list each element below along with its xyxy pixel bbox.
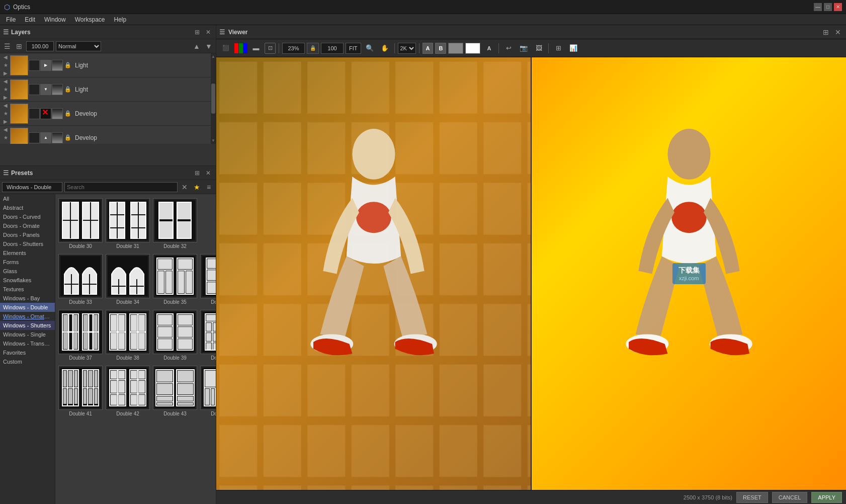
category-custom[interactable]: Custom bbox=[0, 357, 55, 366]
layer-item-1[interactable]: ◀ ★ ▶ ▼ 🔒 Light bbox=[0, 77, 216, 102]
vt-split-btn[interactable]: ⊞ bbox=[552, 42, 565, 55]
menu-edit[interactable]: Edit bbox=[21, 15, 39, 24]
category-abstract[interactable]: Abstract bbox=[0, 203, 55, 212]
category-glass[interactable]: Glass bbox=[0, 267, 55, 276]
preset-double-44[interactable]: Double 44 bbox=[199, 364, 216, 418]
presets-panel-close-btn[interactable]: ✕ bbox=[204, 169, 213, 178]
close-button[interactable]: ✕ bbox=[834, 3, 842, 11]
layer-star-3[interactable]: ★ bbox=[2, 134, 9, 141]
title-bar-controls[interactable]: — □ ✕ bbox=[814, 3, 842, 11]
layer-lock-1[interactable]: 🔒 bbox=[64, 86, 72, 94]
layer-expand-1[interactable]: ◀ bbox=[2, 78, 9, 85]
presets-menu-btn[interactable]: ≡ bbox=[204, 182, 214, 192]
reset-button[interactable]: RESET bbox=[736, 492, 768, 503]
vt-zoom-input[interactable]: 23% bbox=[282, 43, 305, 54]
layer-type-1[interactable]: ▶ bbox=[2, 94, 9, 101]
category-textures[interactable]: Textures bbox=[0, 285, 55, 294]
layer-expand-0[interactable]: ◀ bbox=[2, 54, 9, 61]
layer-type-2[interactable]: ▶ bbox=[2, 118, 9, 125]
category-forms[interactable]: Forms bbox=[0, 258, 55, 267]
category-windows-ornate[interactable]: Windows - Ornate... bbox=[0, 312, 55, 321]
layers-panel-expand-btn[interactable]: ⊞ bbox=[193, 28, 202, 37]
category-windows-single[interactable]: Windows - Single bbox=[0, 330, 55, 339]
category-snowflakes[interactable]: Snowflakes bbox=[0, 276, 55, 285]
vt-hand-btn[interactable]: ✋ bbox=[378, 42, 391, 55]
apply-button[interactable]: APPLY bbox=[811, 492, 842, 503]
category-favorites[interactable]: Favorites bbox=[0, 348, 55, 357]
presets-category-button[interactable]: Windows - Double bbox=[2, 182, 62, 192]
menu-file[interactable]: File bbox=[2, 15, 20, 24]
layers-scroll-down[interactable]: ▼ bbox=[204, 41, 214, 51]
layer-star-2[interactable]: ★ bbox=[2, 110, 9, 117]
preset-double-42[interactable]: Double 42 bbox=[105, 364, 151, 418]
blend-mode-select[interactable]: Normal Multiply Screen Overlay bbox=[56, 41, 101, 51]
minimize-button[interactable]: — bbox=[814, 3, 822, 11]
viewer-panel-close-btn[interactable]: ✕ bbox=[833, 27, 843, 37]
category-windows-double[interactable]: Windows - Double bbox=[0, 303, 55, 312]
category-doors-ornate[interactable]: Doors - Ornate bbox=[0, 221, 55, 230]
vt-rgb-btn[interactable]: ⬛ bbox=[219, 42, 232, 55]
vt-undo-btn[interactable]: ↩ bbox=[502, 42, 515, 55]
vt-label-b-btn[interactable]: B bbox=[435, 43, 446, 54]
channel-green[interactable] bbox=[239, 43, 243, 53]
preset-double-37[interactable]: Double 37 bbox=[57, 308, 104, 363]
vt-color-swatch[interactable] bbox=[448, 43, 463, 54]
category-windows-shutters[interactable]: Windows - Shutters bbox=[0, 321, 55, 330]
preset-double-36[interactable]: Double 36 bbox=[199, 252, 216, 307]
menu-help[interactable]: Help bbox=[110, 15, 131, 24]
menu-workspace[interactable]: Workspace bbox=[71, 15, 109, 24]
layers-vscroll-thumb[interactable] bbox=[211, 83, 215, 114]
category-windows-transom[interactable]: Windows - Transom bbox=[0, 339, 55, 348]
presets-clear-search[interactable]: ✕ bbox=[180, 182, 190, 192]
vt-camera-btn[interactable]: 📷 bbox=[517, 42, 530, 55]
preset-double-33[interactable]: Double 33 bbox=[57, 252, 104, 307]
category-doors-curved[interactable]: Doors - Curved bbox=[0, 212, 55, 221]
preset-double-35[interactable]: Double 35 bbox=[152, 252, 198, 307]
channel-red[interactable] bbox=[234, 43, 238, 53]
layers-tool-2[interactable]: ⊞ bbox=[14, 41, 24, 51]
layer-item-3[interactable]: ◀ ★ ▶ ▲ 🔒 Develop bbox=[0, 126, 216, 144]
vt-zoom-lock[interactable]: 🔒 bbox=[307, 43, 319, 54]
preset-double-43[interactable]: Double 43 bbox=[152, 364, 198, 418]
vt-settings-btn[interactable]: 🖼 bbox=[532, 42, 545, 55]
preset-double-41[interactable]: Double 41 bbox=[57, 364, 104, 418]
presets-panel-expand-btn[interactable]: ⊞ bbox=[193, 169, 202, 178]
layer-item-0[interactable]: ◀ ★ ▶ ▶ 🔒 Light bbox=[0, 53, 216, 77]
category-doors-shutters[interactable]: Doors - Shutters bbox=[0, 239, 55, 248]
cancel-button[interactable]: CANCEL bbox=[772, 492, 808, 503]
menu-window[interactable]: Window bbox=[40, 15, 70, 24]
layer-star-1[interactable]: ★ bbox=[2, 86, 9, 93]
vt-type-btn[interactable]: A bbox=[482, 42, 495, 55]
preset-double-38[interactable]: Double 38 bbox=[105, 308, 151, 363]
opacity-input[interactable]: 100.00 bbox=[26, 41, 54, 51]
category-windows-bay[interactable]: Windows - Bay bbox=[0, 294, 55, 303]
vt-resolution-select[interactable]: 2K 4K 8K bbox=[398, 43, 416, 54]
layers-panel-close-btn[interactable]: ✕ bbox=[204, 28, 213, 37]
viewer-panel-expand-btn[interactable]: ⊞ bbox=[821, 27, 831, 37]
vt-label-a-btn[interactable]: A bbox=[422, 43, 434, 54]
vt-frame-btn[interactable]: ⊡ bbox=[265, 43, 276, 54]
presets-favorites-btn[interactable]: ★ bbox=[192, 182, 202, 192]
layer-lock-2[interactable]: 🔒 bbox=[64, 110, 72, 118]
preset-double-39[interactable]: Double 39 bbox=[152, 308, 198, 363]
presets-search-input[interactable] bbox=[64, 182, 178, 192]
vt-chart-btn[interactable]: 📊 bbox=[567, 42, 580, 55]
category-all[interactable]: All bbox=[0, 194, 55, 203]
preset-double-32[interactable]: Double 32 bbox=[152, 196, 198, 251]
layer-expand-2[interactable]: ◀ bbox=[2, 102, 9, 109]
vt-histogram-btn[interactable]: ▬ bbox=[249, 42, 263, 55]
vt-zoom-in-btn[interactable]: 🔍 bbox=[363, 42, 376, 55]
preset-double-30[interactable]: Double 30 bbox=[57, 196, 104, 251]
layer-star-0[interactable]: ★ bbox=[2, 62, 9, 69]
vt-fit-btn[interactable]: FIT bbox=[346, 43, 361, 54]
layer-lock-0[interactable]: 🔒 bbox=[64, 61, 72, 69]
preset-double-40[interactable]: Double 40 bbox=[199, 308, 216, 363]
layer-type-3[interactable]: ▶ bbox=[2, 142, 9, 144]
layers-vscroll-up[interactable]: ▲ bbox=[211, 54, 215, 59]
maximize-button[interactable]: □ bbox=[824, 3, 832, 11]
layers-vscroll-down[interactable]: ▼ bbox=[211, 138, 215, 143]
category-elements[interactable]: Elements bbox=[0, 248, 55, 258]
layer-expand-3[interactable]: ◀ bbox=[2, 126, 9, 133]
layers-tool-1[interactable]: ☰ bbox=[2, 41, 12, 51]
vt-white-swatch[interactable] bbox=[465, 43, 480, 54]
